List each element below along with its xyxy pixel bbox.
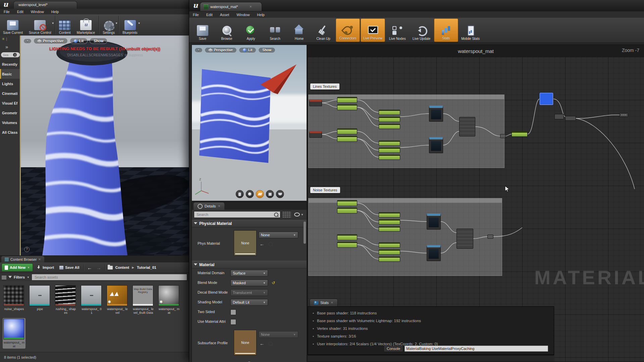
graph-node-tex[interactable] [427,214,441,230]
details-search-box[interactable] [194,211,280,218]
menu-file[interactable]: File [0,10,13,14]
graph-node-green[interactable] [379,249,400,255]
graph-node-merge[interactable] [457,229,473,249]
toolbar-settings-button[interactable]: Settings▼ [100,14,118,36]
lit-button[interactable]: Lit [239,47,256,53]
browse-to-asset-icon[interactable] [268,242,273,246]
place-actors-mini-icon[interactable]: ✳| [0,36,21,42]
menu-edit[interactable]: Edit [13,10,27,14]
breadcrumb-root[interactable]: Content [115,265,129,269]
perspective-button[interactable]: Perspective [205,47,237,53]
graph-node-green[interactable] [379,140,400,146]
graph-node-green[interactable] [379,242,400,248]
preview-options-button[interactable]: ▼ [195,48,203,53]
toolbar-search-button[interactable]: Search [263,18,287,42]
toolbar-marketplace-button[interactable]: Marketplace [74,14,98,36]
dropdown-blend-mode[interactable]: Masked▼ [230,280,268,286]
close-icon[interactable]: ✕ [38,258,41,261]
toolbar-clean-up-button[interactable]: Clean Up [312,18,335,42]
show-button[interactable]: Show [90,38,107,44]
graph-node-gray[interactable] [565,116,576,121]
comment-label-lines-textures[interactable]: Lines Textures [310,83,339,89]
level-viewport[interactable]: ▼ Perspective Lit Show LIGHTING NEEDS TO… [21,36,189,255]
asset-tile-rushing-shapes[interactable]: rushing_ shapes [54,285,77,315]
plane-shape-button[interactable] [256,190,264,198]
asset-tile-waterspout-level-built-data[interactable]: Map Build Data Registrywaterspout_ level… [132,285,155,315]
asset-thumbnail-phys-material[interactable]: None [234,230,257,256]
show-button[interactable]: Show [258,47,275,53]
asset-search-input[interactable] [34,275,185,280]
details-tab[interactable]: Details ✕ [194,202,224,210]
graph-node-green[interactable] [337,242,357,248]
property-matrix-button[interactable] [282,211,291,218]
graph-node-tiny[interactable] [500,134,505,138]
dropdown-decal-blend-mode[interactable]: Translucent▼ [230,289,268,296]
menu-help[interactable]: Help [253,13,268,17]
breadcrumb-leaf[interactable]: Tutorial_01 [137,265,156,269]
graph-node-red[interactable] [309,100,322,106]
section-header-physical-material[interactable]: Physical Material [192,220,307,227]
sidebar-item-cinemati[interactable]: Cinemati [0,88,21,98]
back-button[interactable]: ← [87,265,93,270]
toolbar-blueprints-button[interactable]: Blueprints▼ [119,14,140,36]
import-button[interactable]: Import [36,265,55,269]
graph-node-blue[interactable] [540,93,553,105]
teapot-shape-button[interactable] [276,190,284,198]
graph-node-green[interactable] [337,97,357,103]
menu-window[interactable]: Window [233,13,253,17]
asset-tile-pipe[interactable]: pipe [29,285,51,315]
toolbar-live-update-button[interactable]: Live Update [410,18,433,42]
graph-node-tiny[interactable] [487,235,493,239]
toolbar-save-current-button[interactable]: Save Current [0,14,26,36]
graph-node-green[interactable] [379,256,400,262]
asset-tile-waterspout-level[interactable]: ✱waterspout_ level [106,285,129,315]
asset-tile-waterspout-01[interactable]: waterspout_ 01 [80,285,103,315]
checkbox-use-material-attri[interactable] [230,319,236,325]
toolbar-mobile-stats-button[interactable]: Mobile Stats [459,18,482,42]
sphere-shape-button[interactable] [246,190,254,198]
comment-label-noise-textures[interactable]: Noise Textures [310,187,340,193]
toolbar-home-button[interactable]: Home [287,18,311,42]
cube-shape-button[interactable] [266,190,274,198]
menu-help[interactable]: Help [48,10,63,14]
menu-asset[interactable]: Asset [216,13,233,17]
expand-panel-chevron[interactable]: » [0,42,21,51]
material-preview-viewport[interactable]: Z ▼ Perspective Lit Show [192,45,307,201]
use-selected-icon[interactable]: ← [260,341,264,346]
cylinder-shape-button[interactable] [236,190,244,198]
graph-node-green[interactable] [337,234,357,240]
menu-window[interactable]: Window [27,10,48,14]
browse-to-asset-icon[interactable] [268,342,273,346]
stats-tab[interactable]: Stats ✕ [310,299,338,306]
content-browser-tab[interactable]: Content Browser ✕ [1,256,44,262]
graph-node-green[interactable] [379,155,400,160]
graph-node-tex[interactable] [429,137,443,153]
graph-node-green[interactable] [337,104,357,110]
asset-search-box[interactable] [32,274,187,281]
close-icon[interactable]: ✕ [218,204,221,208]
lit-button[interactable]: Lit [70,38,88,44]
filters-button[interactable]: Filters [14,275,25,279]
section-header-material[interactable]: Material [192,261,307,268]
graph-node-red[interactable] [309,131,322,138]
toolbar-stats-button[interactable]: Stats [434,18,458,42]
graph-node-green[interactable] [379,226,400,232]
save-all-button[interactable]: Save All [58,265,80,269]
view-options-button[interactable]: ▼ [293,211,305,218]
level-tab[interactable]: waterspout_level* [13,1,77,9]
toolbar-apply-button[interactable]: Apply [239,18,263,42]
graph-node-green[interactable] [512,131,528,137]
use-selected-icon[interactable]: ← [260,241,264,247]
checkbox-two-sided[interactable] [230,309,236,315]
toolbar-live-preview-button[interactable]: Live Preview [361,18,385,42]
viewport-options-button[interactable]: ▼ [23,39,32,44]
close-icon[interactable]: ✕ [250,5,252,8]
graph-node-green[interactable] [379,117,400,122]
sidebar-item-basic[interactable]: Basic [0,69,21,79]
asset-tile-waterspout-mat[interactable]: waterspout_ mat [3,318,25,349]
menu-file[interactable]: File [189,13,203,17]
toolbar-save-button[interactable]: Save [191,18,214,42]
asset-thumbnail-subsurface-profile[interactable]: None [234,330,257,355]
menu-edit[interactable]: Edit [203,13,216,17]
chevron-down-icon[interactable]: ▼ [138,22,141,25]
